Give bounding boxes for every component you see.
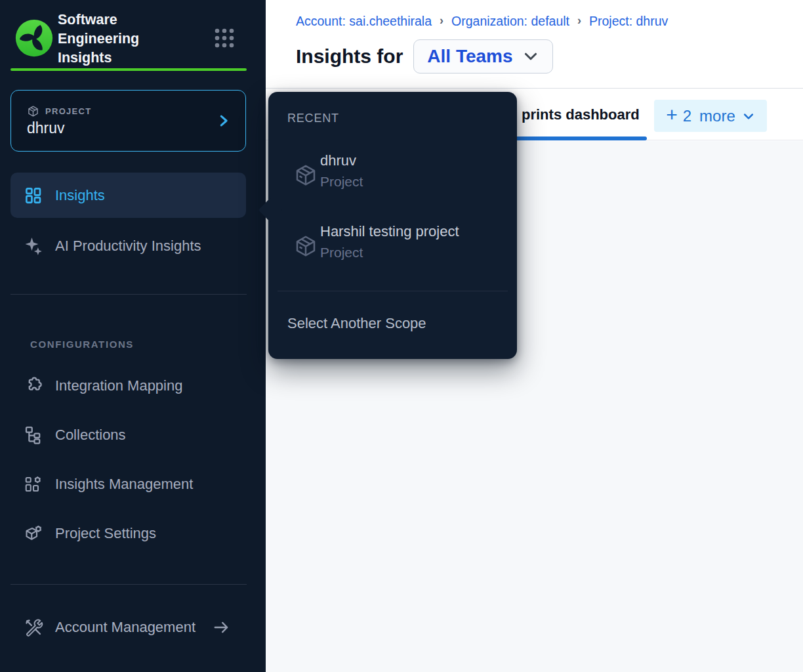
package-cube-icon (293, 163, 318, 188)
team-selector-value: All Teams (427, 46, 512, 67)
active-tab-underline (517, 136, 647, 140)
recent-scope-item-dhruv[interactable]: dhruv Project (268, 152, 517, 213)
select-another-scope-button[interactable]: Select Another Scope (287, 315, 426, 332)
sidebar-item-label: Account Management (55, 619, 196, 636)
tools-icon (24, 618, 43, 637)
sidebar-item-integration-mapping[interactable]: Integration Mapping (10, 369, 246, 402)
more-tabs-label: more (699, 107, 735, 125)
sidebar-item-label: Project Settings (55, 525, 156, 542)
app-title: Software Engineering Insights (58, 10, 196, 68)
breadcrumb-organization-link[interactable]: Organization: default (451, 14, 569, 29)
sidebar-divider (10, 584, 247, 585)
page-title: Insights for (296, 45, 403, 68)
team-selector-button[interactable]: All Teams (413, 39, 552, 74)
recent-section-header: RECENT (287, 112, 339, 125)
scope-item-title: Harshil testing project (320, 223, 459, 240)
project-scope-selector[interactable]: PROJECT dhruv (10, 90, 246, 152)
configurations-section-header: CONFIGURATIONS (30, 339, 134, 350)
app-logo-propeller-icon (14, 18, 54, 58)
sidebar-item-collections[interactable]: Collections (10, 419, 246, 452)
chevron-down-icon (742, 110, 755, 123)
sidebar-item-label: AI Productivity Insights (55, 238, 201, 255)
brand-divider (10, 68, 247, 71)
recent-scope-popover: RECENT dhruv Project Harshil testin (268, 92, 517, 359)
sidebar-item-project-settings[interactable]: Project Settings (10, 517, 246, 550)
cube-gear-icon (24, 524, 43, 543)
tree-icon (24, 425, 43, 445)
package-cube-icon (293, 234, 318, 259)
sidebar-item-ai-productivity-insights[interactable]: AI Productivity Insights (10, 230, 246, 262)
tab-sprints-dashboard[interactable]: prints dashboard (522, 106, 640, 123)
dashboard-icon (24, 186, 43, 205)
sidebar-item-insights-management[interactable]: Insights Management (10, 468, 246, 501)
dashboard-gear-icon (24, 474, 43, 494)
scope-item-title: dhruv (320, 152, 356, 169)
recent-scope-item-harshil-testing-project[interactable]: Harshil testing project Project (268, 223, 517, 284)
app-window: Software Engineering Insights (0, 0, 803, 672)
plus-icon: + (666, 105, 678, 125)
breadcrumb-project-link[interactable]: Project: dhruv (589, 14, 668, 29)
sidebar-item-label: Insights (55, 187, 105, 204)
puzzle-icon (24, 376, 43, 396)
more-tabs-count: 2 (683, 107, 691, 125)
sidebar-item-insights[interactable]: Insights (10, 173, 246, 218)
project-scope-value: dhruv (27, 119, 65, 137)
breadcrumb-account-link[interactable]: Account: sai.cheethirala (296, 14, 432, 29)
chevron-down-icon (522, 48, 539, 65)
cube-icon (27, 105, 39, 117)
apps-grid-icon[interactable] (214, 28, 235, 49)
more-tabs-button[interactable]: + 2 more (654, 100, 767, 132)
sidebar: Software Engineering Insights (0, 0, 266, 672)
breadcrumb: Account: sai.cheethirala › Organization:… (296, 14, 668, 29)
sparkles-icon (24, 236, 43, 256)
scope-item-subtitle: Project (320, 245, 363, 261)
breadcrumb-separator: › (577, 14, 581, 28)
page-header: Insights for All Teams (296, 39, 553, 74)
sidebar-item-account-management[interactable]: Account Management (10, 611, 246, 644)
sidebar-header: Software Engineering Insights (14, 14, 251, 66)
popover-divider (278, 291, 508, 291)
sidebar-item-label: Integration Mapping (55, 377, 182, 394)
chevron-right-icon (216, 112, 231, 129)
sidebar-divider (10, 294, 247, 295)
scope-item-subtitle: Project (320, 174, 363, 190)
sidebar-item-label: Collections (55, 427, 126, 444)
sidebar-item-label: Insights Management (55, 476, 193, 493)
project-scope-label: PROJECT (45, 106, 92, 116)
arrow-right-icon (211, 619, 231, 636)
breadcrumb-separator: › (440, 14, 443, 28)
